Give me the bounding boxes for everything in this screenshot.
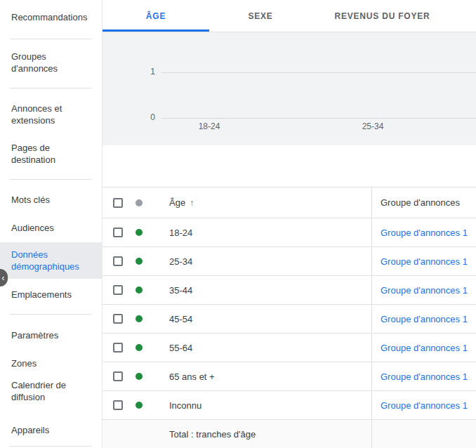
tab-label: ÂGE: [146, 11, 166, 21]
total-label: Total : tranches d'âge: [169, 429, 256, 440]
status-dot-enabled: [135, 315, 143, 322]
sidebar-divider: [10, 179, 91, 180]
ad-group-link[interactable]: Groupe d'annonces 1: [381, 256, 468, 267]
gridline-1: [161, 72, 476, 73]
sidebar-item-recommandations[interactable]: Recommandations: [0, 3, 103, 31]
age-chart: 1 0 18-24 25-34: [103, 32, 476, 145]
ad-group-column-label: Groupe d'annonces: [381, 197, 460, 208]
table-row: 35-44 Groupe d'annonces 1: [103, 276, 476, 305]
status-dot-enabled: [135, 229, 143, 236]
sidebar-item-label: Emplacements: [11, 289, 72, 301]
table-row: 25-34 Groupe d'annonces 1: [103, 247, 476, 276]
x-axis-tick: 18-24: [188, 121, 230, 131]
sidebar-item-donnees-demographiques[interactable]: Données démographiques: [0, 242, 103, 279]
tab-revenus-du-foyer[interactable]: REVENUS DU FOYER: [312, 0, 453, 32]
ad-group-link[interactable]: Groupe d'annonces 1: [381, 285, 468, 296]
row-checkbox[interactable]: [113, 314, 123, 324]
tab-sexe[interactable]: SEXE: [209, 0, 312, 32]
status-dot-enabled: [135, 344, 143, 351]
table-row: 65 ans et + Groupe d'annonces 1: [103, 362, 476, 391]
sidebar-item-emplacements[interactable]: Emplacements: [0, 280, 103, 308]
sidebar-divider: [10, 39, 91, 39]
chevron-left-icon: ‹: [1, 272, 4, 283]
ad-group-link[interactable]: Groupe d'annonces 1: [381, 371, 468, 382]
age-column-label: Âge: [169, 197, 185, 208]
sidebar-item-pages-destination[interactable]: Pages de destination: [0, 136, 103, 172]
ad-group-column-header[interactable]: Groupe d'annonces: [371, 187, 476, 218]
gridline-0: [161, 118, 476, 119]
header-checkbox[interactable]: [113, 198, 123, 208]
sidebar-item-mots-cles[interactable]: Mots clés: [0, 185, 103, 213]
sidebar-item-label: Données démographiques: [11, 249, 79, 272]
x-axis-tick: 25-34: [352, 121, 394, 131]
ad-group-link[interactable]: Groupe d'annonces 1: [381, 343, 468, 353]
google-ads-demographics-page: Recommandations Groupes d'annonces Annon…: [0, 0, 476, 448]
row-checkbox[interactable]: [113, 228, 123, 237]
sidebar-item-calendrier-diffusion[interactable]: Calendrier de diffusion: [0, 373, 103, 409]
table-header-row: Âge ↑ Groupe d'annonces: [103, 187, 476, 218]
sidebar: Recommandations Groupes d'annonces Annon…: [0, 0, 103, 448]
table-total-row: Total : tranches d'âge: [103, 420, 476, 448]
sidebar-item-appareils[interactable]: Appareils: [0, 416, 103, 444]
sidebar-item-label: Calendrier de diffusion: [11, 380, 66, 402]
sidebar-item-label: Groupes d'annonces: [11, 51, 58, 74]
table-row: 55-64 Groupe d'annonces 1: [103, 334, 476, 362]
y-axis-tick: 1: [131, 67, 155, 77]
age-value: 25-34: [169, 256, 192, 267]
age-value: 18-24: [169, 228, 192, 238]
tab-age[interactable]: ÂGE: [103, 0, 209, 32]
row-checkbox[interactable]: [113, 371, 123, 381]
sidebar-item-label: Audiences: [11, 222, 54, 234]
age-table: Âge ↑ Groupe d'annonces 18-24 Groupe d'a…: [103, 187, 476, 448]
demographics-tabbar: ÂGE SEXE REVENUS DU FOYER: [103, 0, 476, 32]
row-checkbox[interactable]: [113, 343, 123, 353]
age-column-header[interactable]: Âge ↑: [150, 187, 371, 218]
table-row: 45-54 Groupe d'annonces 1: [103, 305, 476, 334]
tab-label: REVENUS DU FOYER: [334, 11, 430, 21]
table-row: 18-24 Groupe d'annonces 1: [103, 218, 476, 247]
sidebar-item-label: Annonces et extensions: [11, 103, 62, 126]
age-value: 45-54: [169, 314, 192, 324]
main-content: ÂGE SEXE REVENUS DU FOYER 1 0 18-24 25-3…: [103, 0, 476, 448]
ad-group-link[interactable]: Groupe d'annonces 1: [381, 228, 468, 238]
status-dot-enabled: [135, 286, 143, 294]
table-row: Inconnu Groupe d'annonces 1: [103, 391, 476, 420]
age-value: 35-44: [169, 285, 192, 296]
sidebar-item-label: Paramètres: [11, 329, 58, 341]
y-axis-tick: 0: [131, 112, 155, 122]
sidebar-item-parametres[interactable]: Paramètres: [0, 321, 103, 349]
age-value: 65 ans et +: [169, 371, 215, 382]
row-checkbox[interactable]: [113, 256, 123, 266]
sidebar-item-annonces-extensions[interactable]: Annonces et extensions: [0, 96, 103, 133]
sidebar-item-label: Appareils: [11, 424, 49, 436]
tab-label: SEXE: [248, 11, 272, 21]
sidebar-item-label: Recommandations: [11, 11, 87, 23]
row-checkbox[interactable]: [113, 400, 123, 410]
sidebar-divider: [10, 314, 91, 315]
age-value: Inconnu: [169, 400, 201, 411]
status-dot-enabled: [135, 402, 143, 409]
sort-ascending-icon: ↑: [190, 198, 194, 208]
status-dot-enabled: [135, 373, 143, 380]
status-dot-header: [135, 199, 143, 206]
sidebar-divider: [10, 88, 91, 88]
sidebar-item-label: Pages de destination: [11, 143, 55, 165]
ad-group-link[interactable]: Groupe d'annonces 1: [381, 314, 468, 324]
sidebar-item-audiences[interactable]: Audiences: [0, 213, 103, 242]
sidebar-divider: [10, 446, 91, 447]
status-dot-enabled: [135, 258, 143, 265]
sidebar-item-label: Mots clés: [11, 194, 50, 206]
row-checkbox[interactable]: [113, 285, 123, 295]
age-value: 55-64: [169, 343, 192, 353]
sidebar-item-label: Zones: [11, 357, 37, 369]
ad-group-link[interactable]: Groupe d'annonces 1: [381, 400, 468, 411]
sidebar-item-groupes-annonces[interactable]: Groupes d'annonces: [0, 44, 103, 81]
